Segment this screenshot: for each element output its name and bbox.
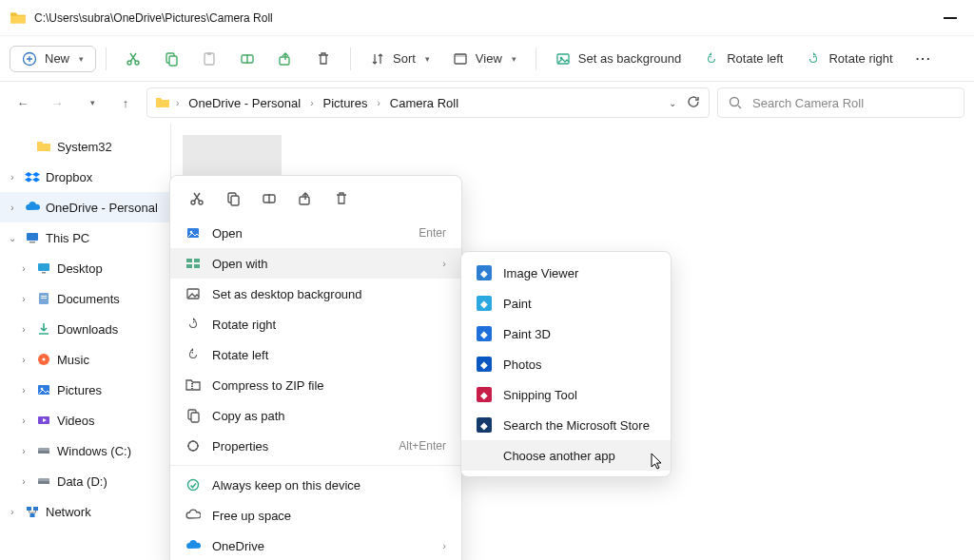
menu-item-always-keep-on-this-device[interactable]: Always keep on this device (170, 470, 461, 500)
search-box[interactable] (717, 87, 964, 118)
menu-item-properties[interactable]: PropertiesAlt+Enter (170, 431, 461, 461)
refresh-button[interactable] (686, 94, 701, 112)
submenu-item-search-the-microsoft-store[interactable]: ◆Search the Microsoft Store (461, 410, 671, 440)
breadcrumb-segment[interactable]: Camera Roll (386, 94, 462, 112)
chevron-down-icon: ▾ (512, 54, 516, 64)
share-button[interactable] (296, 189, 315, 208)
share-button[interactable] (268, 46, 302, 72)
menu-item-copy-as-path[interactable]: Copy as path (170, 400, 461, 431)
menu-item-free-up-space[interactable]: Free up space (170, 500, 461, 531)
submenu-item-paint[interactable]: ◆Paint (461, 288, 671, 319)
rename-icon (240, 51, 255, 67)
svg-rect-29 (38, 481, 49, 484)
menu-item-set-as-desktop-background[interactable]: Set as desktop background (170, 279, 461, 309)
desktop-icon (36, 261, 51, 276)
submenu-item-choose-another-app[interactable]: Choose another app (461, 440, 671, 471)
sidebar-item-desktop[interactable]: ›Desktop (0, 253, 170, 283)
cut-button[interactable] (187, 189, 206, 208)
breadcrumb-segment[interactable]: OneDrive - Personal (185, 94, 304, 112)
cut-icon (126, 51, 141, 67)
up-button[interactable]: ↑ (112, 89, 139, 116)
svg-rect-4 (169, 56, 177, 66)
sidebar-item-documents[interactable]: ›Documents (0, 283, 170, 314)
chevron-down-icon[interactable]: ⌄ (669, 98, 676, 108)
recent-button[interactable]: ▾ (78, 89, 105, 116)
back-button[interactable]: ← (10, 89, 36, 116)
menu-item-label: Compress to ZIP file (212, 378, 446, 393)
sort-icon (370, 51, 385, 67)
expander-icon[interactable]: › (17, 324, 30, 335)
set-background-button[interactable]: Set as background (546, 46, 691, 72)
cut-button[interactable] (116, 46, 150, 72)
submenu-item-paint-3d[interactable]: ◆Paint 3D (461, 319, 671, 349)
breadcrumb[interactable]: › OneDrive - Personal › Pictures › Camer… (146, 87, 710, 118)
sidebar-item-label: Videos (57, 414, 95, 428)
expander-icon[interactable]: › (17, 263, 30, 274)
sidebar-item-windows-c-[interactable]: ›Windows (C:) (0, 435, 170, 466)
forward-button[interactable]: → (44, 89, 70, 116)
sidebar-item-label: Pictures (57, 383, 102, 397)
more-button[interactable]: ··· (906, 46, 942, 71)
documents-icon (36, 291, 51, 306)
setbg-icon (185, 286, 201, 301)
rename-button[interactable] (230, 46, 264, 72)
submenu-item-image-viewer[interactable]: ◆Image Viewer (461, 258, 671, 288)
sidebar-item-system32[interactable]: System32 (0, 131, 170, 162)
context-menu: OpenEnterOpen with›Set as desktop backgr… (169, 175, 462, 560)
expander-icon[interactable]: › (17, 476, 30, 487)
sidebar-item-network[interactable]: ›Network (0, 496, 170, 527)
expander-icon[interactable]: › (17, 294, 30, 304)
expander-icon[interactable]: › (17, 415, 30, 426)
copy-icon (164, 51, 179, 67)
menu-item-rotate-right[interactable]: Rotate right (170, 309, 461, 339)
expander-icon[interactable]: › (6, 507, 19, 517)
menu-item-label: Open (212, 226, 407, 241)
rotate-right-button[interactable]: Rotate right (796, 46, 902, 72)
svg-rect-36 (231, 196, 239, 205)
paste-button[interactable] (192, 46, 226, 72)
submenu-item-photos[interactable]: ◆Photos (461, 349, 671, 379)
sidebar-item-onedrive-personal[interactable]: ›OneDrive - Personal (0, 192, 170, 222)
keep-icon (185, 477, 201, 492)
copy-button[interactable] (154, 46, 188, 72)
sidebar-item-videos[interactable]: ›Videos (0, 405, 170, 435)
expander-icon[interactable]: › (6, 172, 19, 183)
sidebar-item-downloads[interactable]: ›Downloads (0, 314, 170, 344)
sidebar-item-dropbox[interactable]: ›Dropbox (0, 162, 170, 192)
copy-button[interactable] (224, 189, 243, 208)
sidebar-item-music[interactable]: ›Music (0, 344, 170, 375)
menu-item-open[interactable]: OpenEnter (170, 218, 461, 248)
rename-button[interactable] (260, 189, 279, 208)
delete-button[interactable] (306, 46, 341, 72)
sort-button[interactable]: Sort ▾ (360, 46, 439, 72)
music-icon (36, 352, 51, 367)
expander-icon[interactable]: ⌄ (6, 233, 19, 243)
menu-item-onedrive[interactable]: OneDrive› (170, 531, 461, 560)
sidebar-item-pictures[interactable]: ›Pictures (0, 375, 170, 405)
search-input[interactable] (750, 95, 954, 111)
expander-icon[interactable]: › (17, 355, 30, 365)
shortcut-hint: Enter (419, 226, 446, 240)
menu-item-rotate-left[interactable]: Rotate left (170, 339, 461, 370)
breadcrumb-segment[interactable]: Pictures (319, 94, 371, 112)
rotate-left-button[interactable]: Rotate left (694, 46, 792, 72)
sidebar-item-this-pc[interactable]: ⌄This PC (0, 222, 170, 253)
delete-button[interactable] (332, 189, 351, 208)
menu-item-compress-to-zip-file[interactable]: Compress to ZIP file (170, 370, 461, 400)
svg-rect-32 (30, 513, 35, 517)
expander-icon[interactable]: › (6, 203, 19, 213)
new-button[interactable]: New ▾ (10, 46, 96, 72)
view-icon (453, 51, 468, 67)
submenu-item-snipping-tool[interactable]: ◆Snipping Tool (461, 379, 671, 410)
app-icon: ◆ (477, 387, 492, 402)
minimize-button[interactable] (944, 17, 957, 19)
svg-point-34 (199, 201, 203, 204)
expander-icon[interactable]: › (17, 446, 30, 456)
menu-item-open-with[interactable]: Open with› (170, 248, 461, 279)
folder-icon (10, 10, 27, 27)
cloud-icon (185, 508, 201, 523)
expander-icon[interactable]: › (17, 385, 30, 396)
submenu-item-label: Paint (503, 297, 532, 311)
sidebar-item-data-d-[interactable]: ›Data (D:) (0, 466, 170, 496)
view-button[interactable]: View ▾ (443, 46, 526, 72)
